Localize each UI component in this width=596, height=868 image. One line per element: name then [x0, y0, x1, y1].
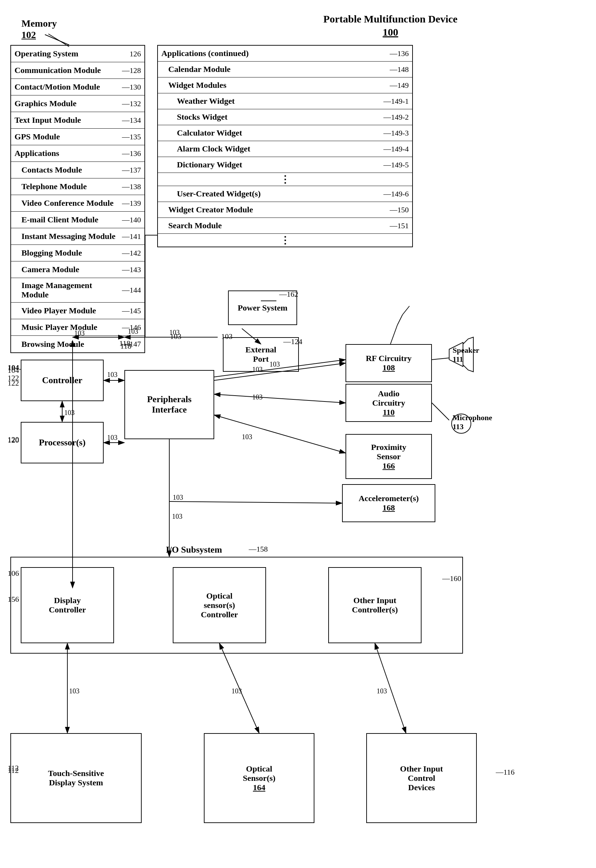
svg-line-20: [169, 501, 342, 503]
row-contacts: Contacts Module —137: [11, 162, 145, 179]
ext-port-ref: —124: [283, 337, 302, 346]
svg-line-23: [432, 403, 449, 420]
optical-sensor-box: OpticalSensor(s)164: [204, 733, 314, 823]
audio-box: AudioCircuitry110: [345, 384, 432, 422]
touch-display-box: Touch-SensitiveDisplay System: [10, 733, 142, 823]
row-gps: GPS Module —135: [11, 129, 145, 145]
row-app-continued: Applications (continued) —136: [158, 46, 412, 62]
row-calendar: Calendar Module —148: [158, 62, 412, 77]
ext-port-label: ExternalPort: [245, 345, 276, 364]
svg-line-26: [397, 315, 403, 325]
svg-line-22: [432, 358, 449, 360]
device-title: Portable Multifunction Device: [273, 13, 508, 25]
row-stocks-widget: Stocks Widget —149-2: [158, 109, 412, 125]
audio-label: AudioCircuitry110: [372, 389, 405, 417]
ref-103-bus2: 103: [221, 332, 233, 341]
svg-line-27: [403, 306, 409, 315]
row-telephone: Telephone Module —138: [11, 179, 145, 195]
row-image-mgmt: Image Management Module —144: [11, 278, 145, 303]
optical-ctrl-box: Opticalsensor(s)Controller: [173, 567, 266, 643]
ref-103-bus1: 103: [170, 332, 181, 341]
svg-text:103: 103: [107, 371, 118, 378]
io-subsystem-ref: —158: [249, 545, 268, 554]
optical-ctrl-label: Opticalsensor(s)Controller: [201, 591, 238, 620]
svg-line-15: [214, 394, 345, 403]
ref-106: 106: [7, 569, 19, 578]
processor-label: Processor(s): [39, 438, 86, 448]
row-widget-creator: Widget Creator Module —150: [158, 202, 412, 218]
ref-122: 122: [7, 379, 19, 387]
svg-text:103: 103: [172, 513, 183, 520]
accel-box: Accelerometer(s)168: [342, 484, 435, 522]
row-graphics: Graphics Module —132: [11, 95, 145, 112]
touch-display-label: Touch-SensitiveDisplay System: [48, 769, 104, 787]
svg-line-4: [45, 35, 69, 45]
other-input-devices-box: Other InputControlDevices: [366, 733, 477, 823]
display-ctrl-ref: 156: [7, 595, 19, 604]
row-user-created-widget: User-Created Widget(s) —149-6: [158, 186, 412, 202]
svg-text:103: 103: [242, 433, 252, 441]
ref-120: 120: [7, 435, 19, 444]
row-dots-1: ⋮: [158, 173, 412, 186]
memory-number: 102: [21, 30, 36, 40]
row-alarm-widget: Alarm Clock Widget —149-4: [158, 141, 412, 157]
ref-118: 118: [120, 342, 131, 350]
io-subsystem-label: I/O Subsystem: [166, 545, 222, 555]
svg-text:103: 103: [64, 409, 75, 416]
other-ctrl-ref: —160: [442, 574, 461, 583]
row-calculator-widget: Calculator Widget —149-3: [158, 125, 412, 141]
microphone-label: Microphone113: [453, 413, 492, 431]
other-input-devices-ref: —116: [496, 768, 515, 777]
row-search-module: Search Module —151: [158, 218, 412, 234]
svg-line-25: [390, 325, 397, 344]
power-ref: —162: [279, 290, 298, 299]
row-email: E-mail Client Module —140: [11, 211, 145, 228]
peripherals-box: PeripheralsInterface: [124, 370, 214, 439]
peripherals-label: PeripheralsInterface: [147, 394, 192, 415]
row-video-conf: Video Conference Module —139: [11, 195, 145, 211]
rf-box: RF Circuitry108: [345, 344, 432, 382]
row-text-input: Text Input Module —134: [11, 112, 145, 129]
row-widget-modules: Widget Modules —149: [158, 77, 412, 93]
proximity-box: ProximitySensor166: [345, 434, 432, 479]
rf-label: RF Circuitry108: [366, 354, 412, 373]
right-app-box: Applications (continued) —136 Calendar M…: [157, 45, 413, 247]
display-ctrl-label: DisplayController: [49, 596, 86, 615]
ref-104: 104: [7, 366, 19, 375]
row-dots-2: ⋮: [158, 234, 412, 247]
svg-text:103: 103: [232, 687, 242, 695]
row-os: Operating System 126: [11, 46, 145, 62]
row-weather-widget: Weather Widget —149-1: [158, 93, 412, 109]
ref-112: 112: [7, 763, 19, 773]
row-music-player: Music Player Module —146: [11, 319, 145, 336]
svg-text:103: 103: [173, 494, 183, 501]
processor-box: Processor(s): [21, 422, 104, 463]
svg-text:103: 103: [107, 434, 118, 441]
proximity-label: ProximitySensor166: [371, 443, 406, 471]
device-number: 100: [273, 26, 508, 38]
row-im: Instant Messaging Module —141: [11, 228, 145, 245]
display-ctrl-box: DisplayController: [21, 567, 114, 643]
svg-text:103: 103: [376, 687, 387, 695]
row-blogging: Blogging Module —142: [11, 245, 145, 262]
other-input-devices-label: Other InputControlDevices: [400, 764, 443, 792]
controller-label: Controller: [42, 375, 83, 386]
row-applications: Applications —136: [11, 145, 145, 162]
other-ctrl-label: Other InputController(s): [352, 596, 398, 615]
accel-label: Accelerometer(s)168: [358, 494, 419, 513]
row-contact: Contact/Motion Module —130: [11, 79, 145, 95]
power-label: Power System: [238, 303, 288, 313]
speaker-label: Speaker111: [453, 346, 479, 364]
left-memory-box: Operating System 126 Communication Modul…: [10, 45, 145, 353]
row-video-player: Video Player Module —145: [11, 303, 145, 319]
svg-line-33: [220, 643, 259, 733]
svg-text:103: 103: [69, 687, 80, 695]
svg-text:103: 103: [252, 393, 263, 401]
row-comm: Communication Module —128: [11, 62, 145, 79]
row-dictionary-widget: Dictionary Widget —149-5: [158, 157, 412, 173]
controller-box: Controller: [21, 360, 104, 401]
optical-sensor-label: OpticalSensor(s)164: [243, 764, 276, 792]
svg-line-17: [214, 415, 345, 453]
memory-label: Memory: [21, 18, 57, 29]
row-camera: Camera Module —143: [11, 262, 145, 278]
